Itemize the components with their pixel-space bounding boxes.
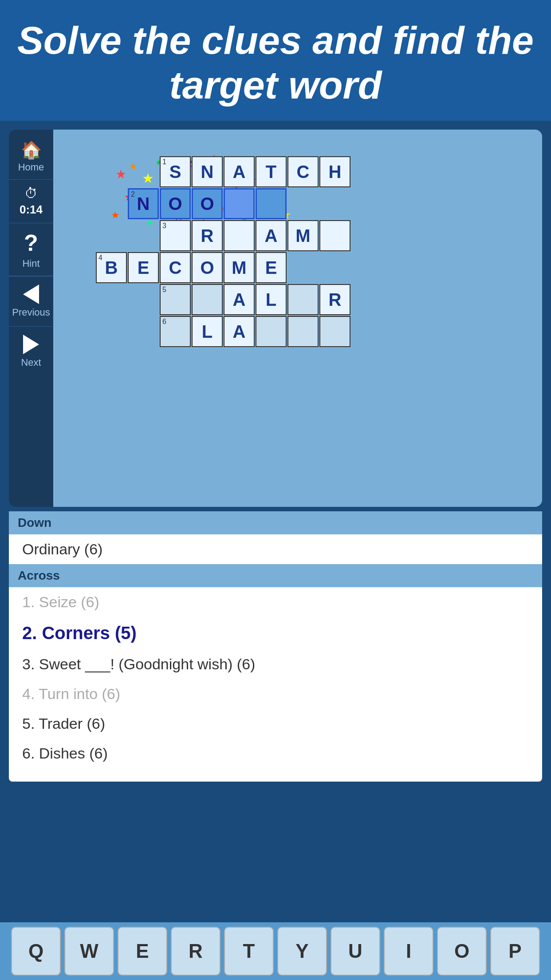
across-clue-1-text: 1. Seize (6)	[22, 593, 99, 610]
crossword-grid: 1S N A T C H 2N O	[62, 147, 533, 369]
cell-5-7[interactable]	[287, 284, 319, 315]
sidebar-item-timer: ⏱ 0:14	[9, 180, 53, 223]
sidebar: 🏠 Home ⏱ 0:14 ? Hint Previous Next	[9, 130, 53, 507]
cell-1-7[interactable]: C	[287, 156, 319, 187]
across-clue-3[interactable]: 3. Sweet ___! (Goodnight wish) (6)	[9, 649, 542, 679]
cell-4-5[interactable]: M	[224, 252, 255, 283]
next-icon	[23, 335, 39, 354]
next-button[interactable]: Next	[9, 326, 53, 376]
hint-label: Hint	[22, 258, 39, 269]
cell-6-3[interactable]: 6	[160, 316, 191, 347]
sidebar-item-hint[interactable]: ? Hint	[9, 223, 53, 276]
timer-value: 0:14	[20, 203, 43, 217]
key-t[interactable]: T	[224, 927, 274, 976]
crossword-area: ★ ★ ★ ★ ★ ★ ★ ★ ★ ★ ★ ★ ★ ★ ★ ★ ★ ★ ★ ★	[53, 130, 542, 507]
home-label: Home	[18, 162, 44, 173]
hint-icon: ?	[24, 229, 38, 256]
across-clue-6[interactable]: 6. Dishes (6)	[9, 739, 542, 768]
across-header: Across	[9, 564, 542, 587]
down-clue-1-text: Ordinary (6)	[22, 541, 102, 557]
across-clue-6-text: 6. Dishes (6)	[22, 745, 108, 762]
across-clue-4-text: 4. Turn into (6)	[22, 685, 120, 702]
key-o[interactable]: O	[437, 927, 487, 976]
key-p[interactable]: P	[490, 927, 540, 976]
cell-4-4[interactable]: O	[192, 252, 223, 283]
cell-3-5[interactable]	[224, 220, 255, 251]
down-header: Down	[9, 511, 542, 534]
across-clue-5-text: 5. Trader (6)	[22, 715, 105, 732]
cell-5-8[interactable]: R	[319, 284, 350, 315]
across-clue-2[interactable]: 2. Corners (5)	[9, 617, 542, 649]
key-e[interactable]: E	[118, 927, 167, 976]
cell-6-8[interactable]	[319, 316, 350, 347]
cell-1-6[interactable]: T	[256, 156, 287, 187]
across-clue-1[interactable]: 1. Seize (6)	[9, 587, 542, 617]
header-title: Solve the clues and find the target word	[13, 18, 538, 107]
cell-5-5[interactable]: A	[224, 284, 255, 315]
cell-5-4[interactable]	[192, 284, 223, 315]
cell-3-3[interactable]: 3	[160, 220, 191, 251]
across-clue-2-text: 2. Corners (5)	[22, 623, 137, 643]
cell-2-4[interactable]: O	[192, 188, 223, 219]
cell-4-6[interactable]: E	[256, 252, 287, 283]
next-label: Next	[21, 357, 41, 368]
across-clue-4[interactable]: 4. Turn into (6)	[9, 679, 542, 709]
key-y[interactable]: Y	[277, 927, 327, 976]
sidebar-item-home[interactable]: 🏠 Home	[9, 134, 53, 180]
key-r[interactable]: R	[171, 927, 220, 976]
key-q[interactable]: Q	[11, 927, 61, 976]
cell-3-8[interactable]	[319, 220, 350, 251]
cell-2-2[interactable]: 2N	[128, 188, 159, 219]
timer-icon: ⏱	[24, 186, 38, 201]
across-clue-3-text: 3. Sweet ___! (Goodnight wish) (6)	[22, 656, 255, 672]
cell-6-4[interactable]: L	[192, 316, 223, 347]
cell-6-7[interactable]	[287, 316, 319, 347]
header: Solve the clues and find the target word	[0, 0, 551, 121]
cell-3-7[interactable]: M	[287, 220, 319, 251]
cell-3-4[interactable]: R	[192, 220, 223, 251]
cell-1-5[interactable]: A	[224, 156, 255, 187]
cell-5-3[interactable]: 5	[160, 284, 191, 315]
key-u[interactable]: U	[331, 927, 380, 976]
cell-2-5[interactable]	[224, 188, 255, 219]
cell-4-2[interactable]: E	[128, 252, 159, 283]
cell-1-4[interactable]: N	[192, 156, 223, 187]
cell-6-5[interactable]: A	[224, 316, 255, 347]
cell-4-1[interactable]: 4B	[96, 252, 127, 283]
cell-6-6[interactable]	[256, 316, 287, 347]
cell-2-3[interactable]: O	[160, 188, 191, 219]
key-w[interactable]: W	[64, 927, 114, 976]
home-icon: 🏠	[21, 140, 42, 160]
across-clue-5[interactable]: 5. Trader (6)	[9, 709, 542, 739]
previous-button[interactable]: Previous	[9, 276, 53, 326]
cell-1-8[interactable]: H	[319, 156, 350, 187]
keyboard: Q W E R T Y U I O P	[0, 922, 551, 980]
previous-label: Previous	[12, 307, 50, 318]
cell-5-6[interactable]: L	[256, 284, 287, 315]
game-container: 🏠 Home ⏱ 0:14 ? Hint Previous Next ★ ★	[9, 130, 542, 507]
previous-icon	[23, 285, 39, 304]
down-clue-1[interactable]: Ordinary (6)	[9, 534, 542, 564]
cell-1-3[interactable]: 1S	[160, 156, 191, 187]
cell-4-3[interactable]: C	[160, 252, 191, 283]
cell-3-6[interactable]: A	[256, 220, 287, 251]
clues-section: Down Ordinary (6) Across 1. Seize (6) 2.…	[9, 511, 542, 782]
key-i[interactable]: I	[384, 927, 433, 976]
cell-2-6[interactable]	[256, 188, 287, 219]
